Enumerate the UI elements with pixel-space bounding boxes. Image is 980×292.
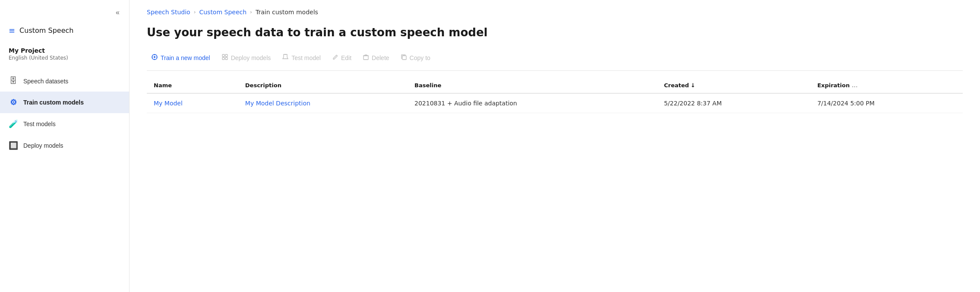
sort-desc-icon: ↓ [691, 82, 695, 89]
sidebar-collapse-area: « [0, 0, 129, 22]
sidebar-item-label: Speech datasets [23, 78, 68, 85]
test-model-label: Test model [291, 54, 321, 61]
edit-button[interactable]: Edit [328, 51, 356, 64]
breadcrumb-sep-1: › [194, 9, 196, 15]
table-header: Name Description Baseline Created ↓ Expi… [147, 78, 963, 93]
deploy-icon [221, 54, 228, 62]
row-created: 5/22/2022 8:37 AM [657, 93, 810, 113]
sidebar-brand-label: Custom Speech [19, 26, 73, 35]
row-description: My Model Description [238, 93, 408, 113]
sidebar-project: My Project English (United States) [0, 43, 129, 63]
train-new-model-button[interactable]: Train a new model [147, 51, 215, 64]
deploy-models-icon: 🔲 [9, 141, 18, 150]
test-models-icon: 🧪 [9, 119, 18, 129]
copy-to-button[interactable]: Copy to [396, 51, 435, 64]
sidebar-item-label: Test models [23, 121, 56, 127]
sidebar-nav: 🗄 Speech datasets ⚙ Train custom models … [0, 70, 129, 156]
train-icon [151, 54, 158, 62]
breadcrumb-current: Train custom models [256, 9, 318, 16]
train-custom-models-icon: ⚙ [9, 98, 18, 107]
svg-point-1 [154, 56, 155, 58]
row-baseline: 20210831 + Audio file adaptation [408, 93, 657, 113]
toolbar: Train a new model Deploy models Test [147, 51, 963, 71]
menu-icon: ≡ [9, 26, 15, 35]
col-description: Description [238, 78, 408, 93]
breadcrumb-speech-studio[interactable]: Speech Studio [147, 9, 190, 16]
sidebar-item-speech-datasets[interactable]: 🗄 Speech datasets [0, 70, 129, 92]
table-row: My Model My Model Description 20210831 +… [147, 93, 963, 113]
main-content: Speech Studio › Custom Speech › Train cu… [130, 0, 980, 292]
svg-rect-6 [222, 54, 224, 57]
edit-icon [332, 54, 338, 62]
col-name: Name [147, 78, 238, 93]
svg-rect-8 [222, 57, 224, 60]
sidebar: « ≡ Custom Speech My Project English (Un… [0, 0, 130, 292]
sidebar-item-deploy-models[interactable]: 🔲 Deploy models [0, 135, 129, 156]
edit-label: Edit [341, 54, 351, 61]
project-title: My Project [9, 47, 120, 54]
test-model-button[interactable]: Test model [278, 51, 325, 64]
breadcrumb-sep-2: › [250, 9, 252, 15]
test-icon [282, 54, 289, 62]
row-name[interactable]: My Model [147, 93, 238, 113]
breadcrumb: Speech Studio › Custom Speech › Train cu… [147, 9, 963, 16]
svg-rect-7 [225, 54, 228, 57]
breadcrumb-custom-speech[interactable]: Custom Speech [199, 9, 247, 16]
project-subtitle: English (United States) [9, 55, 120, 61]
expiration-more-icon: ... [852, 83, 858, 89]
models-table: Name Description Baseline Created ↓ Expi… [147, 78, 963, 113]
delete-icon [363, 54, 369, 62]
copy-icon [401, 54, 407, 62]
svg-rect-11 [364, 56, 368, 60]
deploy-models-label: Deploy models [231, 54, 271, 61]
col-expiration: Expiration ... [810, 78, 963, 93]
svg-rect-16 [402, 56, 406, 60]
table-body: My Model My Model Description 20210831 +… [147, 93, 963, 113]
sidebar-item-test-models[interactable]: 🧪 Test models [0, 113, 129, 135]
speech-datasets-icon: 🗄 [9, 76, 18, 86]
sidebar-item-label: Train custom models [23, 99, 84, 106]
copy-to-label: Copy to [410, 54, 430, 61]
models-table-container: Name Description Baseline Created ↓ Expi… [147, 78, 963, 113]
delete-button[interactable]: Delete [358, 51, 393, 64]
collapse-sidebar-button[interactable]: « [114, 7, 121, 18]
sidebar-item-train-custom-models[interactable]: ⚙ Train custom models [0, 92, 129, 113]
sidebar-brand: ≡ Custom Speech [0, 22, 129, 43]
sidebar-item-label: Deploy models [23, 142, 63, 149]
page-title: Use your speech data to train a custom s… [147, 26, 963, 39]
svg-rect-9 [225, 57, 228, 60]
train-new-model-label: Train a new model [161, 54, 210, 61]
deploy-models-button[interactable]: Deploy models [217, 51, 275, 64]
col-baseline: Baseline [408, 78, 657, 93]
delete-label: Delete [372, 54, 389, 61]
row-expiration: 7/14/2024 5:00 PM [810, 93, 963, 113]
col-created[interactable]: Created ↓ [657, 78, 810, 93]
